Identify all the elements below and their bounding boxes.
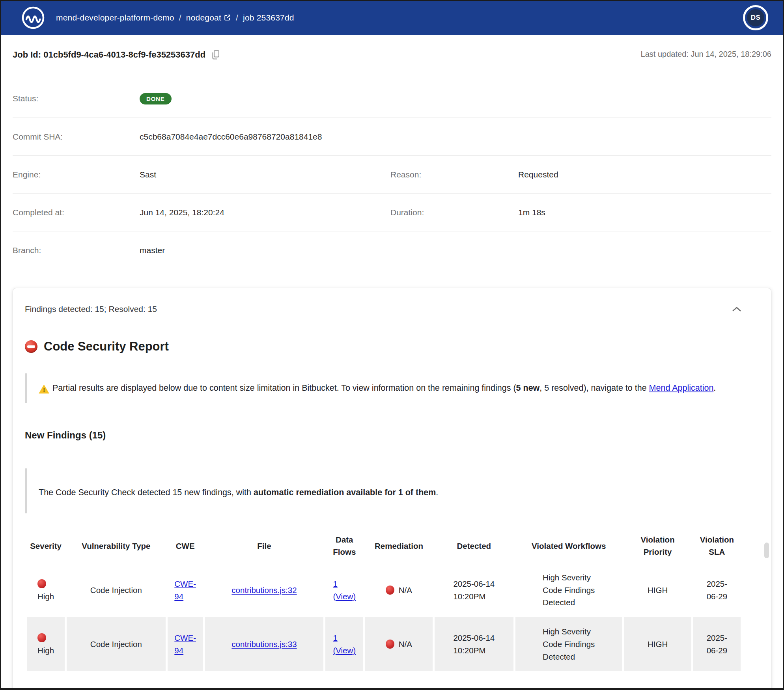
col-header-sla: Violation SLA xyxy=(693,529,741,563)
branch-row: Branch: master xyxy=(13,231,771,269)
breadcrumb-project[interactable]: mend-developer-platform-demo xyxy=(56,13,174,22)
findings-table: SeverityVulnerability TypeCWEFileData Fl… xyxy=(25,529,743,671)
branch-label: Branch: xyxy=(13,246,140,255)
type-cell: Code Injection xyxy=(90,584,142,597)
file-link[interactable]: contributions.js:33 xyxy=(231,638,297,651)
flows-link[interactable]: 1(View) xyxy=(333,578,356,603)
remediation-cell: N/A xyxy=(386,638,412,651)
no-entry-icon xyxy=(25,340,37,353)
top-navbar: mend-developer-platform-demo / nodegoat … xyxy=(1,1,783,35)
table-row: HighCode InjectionCWE-94contributions.js… xyxy=(27,617,741,671)
chevron-up-icon xyxy=(732,306,742,313)
commit-row: Commit SHA: c5cb68a7084e4ae7dcc60e6a9876… xyxy=(13,117,771,155)
new-findings-title: New Findings (15) xyxy=(25,430,759,441)
duration-label: Duration: xyxy=(390,208,518,217)
note-text-bold: 5 new xyxy=(516,383,540,393)
job-id-text: Job Id: 01cb5fd9-4ca6-4013-8cf9-fe352536… xyxy=(13,50,205,60)
report-title: Code Security Report xyxy=(44,339,169,354)
completed-at-label: Completed at: xyxy=(13,208,140,217)
reason-value: Requested xyxy=(518,170,771,179)
detected-cell: 2025-06-1410:20PM xyxy=(453,632,495,657)
check-summary-end: . xyxy=(436,488,438,497)
file-link[interactable]: contributions.js:32 xyxy=(231,584,297,597)
priority-cell: HIGH xyxy=(648,638,668,651)
breadcrumb-repo-link[interactable]: nodegoat xyxy=(186,13,231,22)
cwe-link[interactable]: CWE-94 xyxy=(174,578,196,603)
col-header-priority: Violation Priority xyxy=(624,529,691,563)
cwe-link[interactable]: CWE-94 xyxy=(174,632,196,657)
severity-cell: High xyxy=(37,632,54,657)
breadcrumb-separator: / xyxy=(179,13,181,22)
check-summary-note: The Code Security Check detected 15 new … xyxy=(25,468,759,513)
col-header-cwe: CWE xyxy=(168,529,203,563)
col-header-file: File xyxy=(205,529,324,563)
col-header-workflows: Violated Workflows xyxy=(515,529,622,563)
copy-job-id-button[interactable] xyxy=(210,49,221,61)
flows-link[interactable]: 1(View) xyxy=(333,632,356,657)
sla-cell: 2025-06-29 xyxy=(707,632,727,657)
engine-label: Engine: xyxy=(13,170,140,179)
note-text-pre: Partial results are displayed below due … xyxy=(52,383,516,393)
status-label: Status: xyxy=(13,94,140,103)
col-header-detected: Detected xyxy=(435,529,513,563)
duration-value: 1m 18s xyxy=(518,208,771,217)
check-summary-pre: The Code Security Check detected 15 new … xyxy=(39,488,254,497)
collapse-panel-button[interactable] xyxy=(730,304,743,314)
col-header-remediation: Remediation xyxy=(365,529,432,563)
note-text-mid: , 5 resolved), navigate to the xyxy=(539,383,649,393)
status-row: Status: DONE xyxy=(13,80,771,117)
commit-sha-value: c5cb68a7084e4ae7dcc60e6a98768720a81841e8 xyxy=(140,132,771,142)
findings-card: Findings detected: 15; Resolved: 15 Code… xyxy=(13,288,771,690)
workflows-cell: High SeverityCode FindingsDetected xyxy=(543,571,595,609)
reason-label: Reason: xyxy=(390,170,518,179)
sla-cell: 2025-06-29 xyxy=(707,578,727,603)
red-circle-icon xyxy=(386,586,394,595)
warning-icon: ! xyxy=(39,384,49,393)
severity-cell: High xyxy=(37,578,54,603)
red-circle-icon xyxy=(37,633,46,642)
engine-reason-row: Engine: Sast Reason: Requested xyxy=(13,155,771,193)
check-summary-bold: automatic remediation available for 1 of… xyxy=(254,488,436,497)
user-avatar[interactable]: DS xyxy=(743,5,768,30)
completed-duration-row: Completed at: Jun 14, 2025, 18:20:24 Dur… xyxy=(13,193,771,231)
table-row: HighCode InjectionCWE-94contributions.js… xyxy=(27,563,741,617)
workflows-cell: High SeverityCode FindingsDetected xyxy=(543,625,595,663)
col-header-severity: Severity xyxy=(27,529,65,563)
col-header-type: Vulnerability Type xyxy=(67,529,165,563)
col-header-flows: Data Flows xyxy=(325,529,363,563)
remediation-cell: N/A xyxy=(386,584,412,597)
mend-logo-icon xyxy=(21,6,45,30)
type-cell: Code Injection xyxy=(90,638,142,651)
last-updated-text: Last updated: Jun 14, 2025, 18:29:06 xyxy=(641,49,771,59)
avatar-initials: DS xyxy=(747,9,764,26)
note-text-end: . xyxy=(713,383,716,393)
breadcrumb-job: job 253637dd xyxy=(243,13,294,22)
table-scrollbar-thumb[interactable] xyxy=(764,543,769,558)
detected-cell: 2025-06-1410:20PM xyxy=(453,578,495,603)
job-details-section: Job Id: 01cb5fd9-4ca6-4013-8cf9-fe352536… xyxy=(1,49,783,269)
mend-application-link[interactable]: Mend Application xyxy=(649,383,714,393)
commit-sha-label: Commit SHA: xyxy=(13,132,140,142)
completed-at-value: Jun 14, 2025, 18:20:24 xyxy=(140,208,390,217)
report-title-row: Code Security Report xyxy=(25,339,759,354)
branch-value: master xyxy=(140,246,771,255)
external-link-icon xyxy=(224,14,231,21)
breadcrumb: mend-developer-platform-demo / nodegoat … xyxy=(56,13,294,22)
priority-cell: HIGH xyxy=(648,584,668,597)
partial-results-note: !Partial results are displayed below due… xyxy=(25,373,759,403)
findings-summary: Findings detected: 15; Resolved: 15 xyxy=(25,304,157,314)
engine-value: Sast xyxy=(140,170,390,179)
red-circle-icon xyxy=(386,640,394,649)
status-badge: DONE xyxy=(140,93,172,104)
breadcrumb-separator: / xyxy=(236,13,238,22)
copy-icon xyxy=(211,50,220,60)
red-circle-icon xyxy=(37,579,46,588)
